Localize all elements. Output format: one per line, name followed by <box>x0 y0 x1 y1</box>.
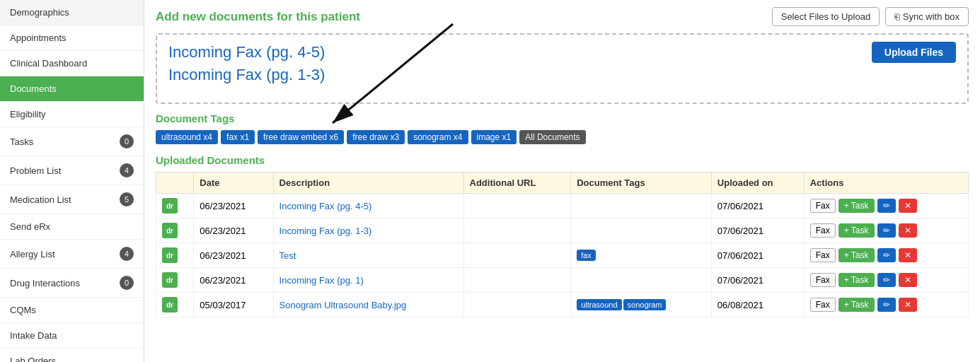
delete-button[interactable]: ✕ <box>899 298 917 312</box>
sidebar-item-label: Clinical Dashboard <box>10 58 87 69</box>
add-task-button[interactable]: + Task <box>838 199 875 213</box>
sidebar-item-label: Send eRx <box>10 221 50 232</box>
edit-button[interactable]: ✏ <box>877 273 896 287</box>
delete-button[interactable]: ✕ <box>899 199 917 213</box>
doc-description[interactable]: Incoming Fax (pg. 1) <box>273 268 463 293</box>
doc-uploaded-on: 07/06/2021 <box>711 218 804 243</box>
tag-button[interactable]: All Documents <box>519 130 585 144</box>
docs-table-container: DateDescriptionAdditional URLDocument Ta… <box>156 172 969 317</box>
doc-description[interactable]: Sonogram Ultrasound Baby.jpg <box>273 293 463 317</box>
sidebar-item-demographics[interactable]: Demographics <box>0 0 144 25</box>
tag-button[interactable]: sonogram x4 <box>408 130 468 144</box>
edit-button[interactable]: ✏ <box>877 199 896 213</box>
actions-cell: Fax+ Task✏✕ <box>810 223 962 238</box>
delete-button[interactable]: ✕ <box>899 223 917 238</box>
sidebar-item-label: Eligibility <box>10 109 46 119</box>
sidebar-item-problem-list[interactable]: Problem List4 <box>0 156 144 185</box>
upload-files-button[interactable]: Upload Files <box>872 42 956 63</box>
doc-actions-cell: Fax+ Task✏✕ <box>804 218 968 243</box>
table-col-header: Date <box>194 173 273 194</box>
tag-button[interactable]: fax x1 <box>221 130 255 144</box>
sidebar-item-drug-interactions[interactable]: Drug Interactions0 <box>0 269 144 298</box>
doc-uploaded-on: 07/06/2021 <box>711 268 804 293</box>
doc-tags-cell: fax <box>571 243 712 268</box>
fax-button[interactable]: Fax <box>810 199 836 213</box>
doc-uploaded-on: 07/06/2021 <box>711 243 804 268</box>
tag-button[interactable]: free draw x3 <box>347 130 405 144</box>
header-buttons: Select Files to Upload ⎗ Sync with box <box>772 7 969 26</box>
doc-actions-cell: Fax+ Task✏✕ <box>804 293 968 317</box>
sidebar-item-clinical-dashboard[interactable]: Clinical Dashboard <box>0 51 144 76</box>
dr-icon: dr <box>162 198 178 214</box>
sidebar-item-lab-orders[interactable]: Lab Orders <box>0 349 144 362</box>
add-task-button[interactable]: + Task <box>838 273 875 287</box>
sidebar-item-documents[interactable]: Documents <box>0 76 144 102</box>
sidebar: DemographicsAppointmentsClinical Dashboa… <box>0 0 144 362</box>
doc-uploaded-on: 06/08/2021 <box>711 293 804 317</box>
doc-description[interactable]: Test <box>273 243 463 268</box>
table-row: dr06/23/2021Incoming Fax (pg. 1-3)07/06/… <box>156 218 969 243</box>
sidebar-item-label: Medication List <box>10 194 71 205</box>
doc-url <box>463 293 571 317</box>
sidebar-item-cqms[interactable]: CQMs <box>0 298 144 323</box>
add-task-button[interactable]: + Task <box>838 248 875 262</box>
table-row: dr06/23/2021Incoming Fax (pg. 4-5)07/06/… <box>156 194 969 218</box>
sidebar-item-label: Allergy List <box>10 249 55 259</box>
edit-button[interactable]: ✏ <box>877 248 896 262</box>
sidebar-item-eligibility[interactable]: Eligibility <box>0 102 144 127</box>
upload-row-top: Incoming Fax (pg. 4-5) Upload Files <box>168 42 956 63</box>
actions-cell: Fax+ Task✏✕ <box>810 298 962 312</box>
fax-button[interactable]: Fax <box>810 273 836 287</box>
page-title: Add new documents for this patient <box>156 10 360 24</box>
doc-date: 06/23/2021 <box>194 194 273 218</box>
delete-button[interactable]: ✕ <box>899 273 917 287</box>
add-task-button[interactable]: + Task <box>838 298 875 312</box>
select-files-button[interactable]: Select Files to Upload <box>772 7 880 26</box>
doc-icon-cell: dr <box>156 268 194 293</box>
sidebar-badge: 4 <box>120 163 134 177</box>
sidebar-item-tasks[interactable]: Tasks0 <box>0 127 144 156</box>
tag-button[interactable]: ultrasound x4 <box>156 130 218 144</box>
sidebar-item-label: Lab Orders <box>10 356 56 362</box>
fax-button[interactable]: Fax <box>810 223 836 238</box>
sidebar-item-intake-data[interactable]: Intake Data <box>0 323 144 349</box>
table-col-header: Description <box>273 173 463 194</box>
sidebar-item-label: Drug Interactions <box>10 278 80 288</box>
sidebar-item-allergy-list[interactable]: Allergy List4 <box>0 240 144 269</box>
sidebar-item-send-erx[interactable]: Send eRx <box>0 214 144 240</box>
dr-icon: dr <box>162 297 178 313</box>
add-task-button[interactable]: + Task <box>838 223 875 238</box>
fax-link-bottom[interactable]: Incoming Fax (pg. 1-3) <box>168 66 325 83</box>
edit-button[interactable]: ✏ <box>877 223 896 238</box>
doc-icon-cell: dr <box>156 243 194 268</box>
uploaded-docs-section: Uploaded Documents DateDescriptionAdditi… <box>156 154 969 317</box>
edit-button[interactable]: ✏ <box>877 298 896 312</box>
doc-link[interactable]: Sonogram Ultrasound Baby.jpg <box>279 300 407 310</box>
sidebar-item-label: Tasks <box>10 136 33 147</box>
table-row: dr05/03/2017Sonogram Ultrasound Baby.jpg… <box>156 293 969 317</box>
sidebar-item-label: Appointments <box>10 33 67 43</box>
sidebar-item-label: Problem List <box>10 165 61 176</box>
doc-link[interactable]: Incoming Fax (pg. 4-5) <box>279 201 372 211</box>
tag-button[interactable]: free draw embed x6 <box>258 130 344 144</box>
sidebar-item-medication-list[interactable]: Medication List5 <box>0 185 144 214</box>
fax-link-top[interactable]: Incoming Fax (pg. 4-5) <box>168 43 325 62</box>
doc-url <box>463 218 571 243</box>
sidebar-badge: 4 <box>120 247 134 261</box>
doc-description[interactable]: Incoming Fax (pg. 4-5) <box>273 194 463 218</box>
sync-box-button[interactable]: ⎗ Sync with box <box>885 7 969 26</box>
fax-button[interactable]: Fax <box>810 248 836 262</box>
sidebar-item-appointments[interactable]: Appointments <box>0 25 144 51</box>
dr-icon: dr <box>162 247 178 263</box>
tag-button[interactable]: image x1 <box>471 130 517 144</box>
doc-icon-cell: dr <box>156 218 194 243</box>
fax-button[interactable]: Fax <box>810 298 836 312</box>
doc-date: 06/23/2021 <box>194 268 273 293</box>
doc-link[interactable]: Incoming Fax (pg. 1) <box>279 275 364 286</box>
doc-tags-cell <box>571 218 712 243</box>
doc-link[interactable]: Incoming Fax (pg. 1-3) <box>279 226 372 236</box>
delete-button[interactable]: ✕ <box>899 248 917 262</box>
doc-link[interactable]: Test <box>279 250 296 261</box>
doc-description[interactable]: Incoming Fax (pg. 1-3) <box>273 218 463 243</box>
table-col-header: Uploaded on <box>711 173 804 194</box>
